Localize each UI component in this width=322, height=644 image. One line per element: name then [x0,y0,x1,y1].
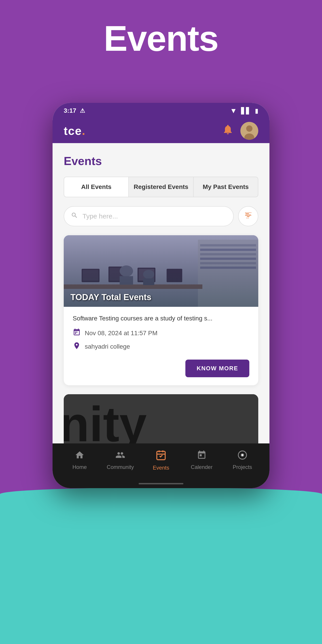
nav-item-events[interactable]: Events [145,450,177,471]
nav-item-home[interactable]: Home [64,450,95,470]
warning-icon: ⚠ [80,107,85,114]
calendar-icon [73,328,81,338]
nav-label-events: Events [153,465,169,471]
wifi-icon: ▼ [230,107,237,115]
svg-text:nity: nity [64,397,147,444]
event-meta: Nov 08, 2024 at 11:57 PM sahyadri colleg… [73,328,249,352]
home-bar [52,482,270,488]
nav-item-community[interactable]: Community [105,450,136,470]
event-image-1: TODAY Total Events [64,235,258,307]
signal-icon: ▋▋ [241,107,251,114]
notification-bell-icon[interactable] [222,124,234,138]
app-header: tce. [52,118,270,143]
community-icon [116,450,125,462]
event-date-row: Nov 08, 2024 at 11:57 PM [73,328,249,338]
svg-point-1 [246,126,252,132]
main-content: Events All Events Registered Events My P… [52,143,270,444]
nav-label-community: Community [107,464,134,470]
battery-icon: ▮ [255,107,258,114]
filter-icon [244,211,252,221]
status-time: 3:17 [64,107,76,114]
event-location: sahyadri college [85,343,130,350]
event-card-2: nity [64,394,258,444]
event-description: Software Testing courses are a study of … [73,315,249,322]
location-icon [73,342,81,352]
search-box[interactable]: Type here... [64,206,234,226]
home-icon [75,450,84,462]
search-icon [71,212,78,221]
nav-label-projects: Projects [233,464,252,470]
event-location-row: sahyadri college [73,342,249,352]
svg-rect-31 [157,451,165,460]
event-tabs: All Events Registered Events My Past Eve… [64,177,258,197]
app-logo: tce. [64,124,86,138]
status-bar: 3:17 ⚠ ▼ ▋▋ ▮ [52,103,270,118]
events-icon [156,450,166,463]
header-icons [222,122,258,140]
svg-point-36 [242,454,243,456]
nav-label-calendar: Calender [191,464,212,470]
tab-registered-events[interactable]: Registered Events [129,177,194,197]
event-card-1: TODAY Total Events Software Testing cour… [64,235,258,385]
avatar[interactable] [240,122,258,140]
svg-rect-27 [75,333,76,334]
nav-label-home: Home [72,464,87,470]
tab-all-events[interactable]: All Events [64,177,129,197]
projects-icon [238,450,247,462]
search-row: Type here... [64,206,258,226]
phone-frame: 3:17 ⚠ ▼ ▋▋ ▮ tce. [52,103,270,488]
event-details-1: Software Testing courses are a study of … [64,307,258,385]
svg-rect-25 [75,332,76,333]
bottom-nav: Home Community Events [52,444,270,482]
page-title: Events [0,18,322,59]
background-teal [0,488,322,644]
svg-rect-26 [76,332,78,333]
nav-item-calendar[interactable]: Calender [186,450,217,470]
logo-dot: . [82,124,86,137]
events-section-title: Events [64,154,258,168]
home-indicator [139,483,183,484]
filter-button[interactable] [238,206,258,226]
calendar-nav-icon [197,450,206,462]
svg-text:TODAY Total Events: TODAY Total Events [70,292,152,302]
know-more-button[interactable]: KNOW MORE [185,360,249,377]
nav-item-projects[interactable]: Projects [227,450,258,470]
tab-my-past-events[interactable]: My Past Events [194,177,258,197]
event-date: Nov 08, 2024 at 11:57 PM [85,330,158,337]
search-input[interactable]: Type here... [82,212,118,220]
